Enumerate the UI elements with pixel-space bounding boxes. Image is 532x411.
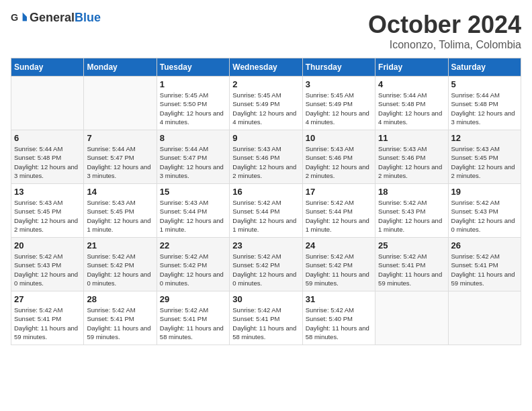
calendar-cell: 17Sunrise: 5:42 AM Sunset: 5:44 PM Dayli… — [302, 184, 375, 238]
day-number: 20 — [14, 240, 81, 250]
day-number: 27 — [14, 294, 81, 304]
calendar-cell: 8Sunrise: 5:44 AM Sunset: 5:47 PM Daylig… — [157, 130, 229, 184]
weekday-header-monday: Monday — [84, 58, 157, 77]
calendar-week-row: 20Sunrise: 5:42 AM Sunset: 5:43 PM Dayli… — [11, 238, 521, 291]
day-number: 1 — [160, 79, 226, 89]
day-info: Sunrise: 5:44 AM Sunset: 5:48 PM Dayligh… — [451, 91, 518, 126]
day-number: 6 — [14, 133, 81, 143]
calendar-cell: 24Sunrise: 5:42 AM Sunset: 5:42 PM Dayli… — [302, 238, 375, 291]
day-number: 21 — [87, 240, 153, 250]
day-info: Sunrise: 5:43 AM Sunset: 5:45 PM Dayligh… — [14, 198, 81, 234]
day-info: Sunrise: 5:42 AM Sunset: 5:42 PM Dayligh… — [306, 252, 372, 287]
calendar-cell: 30Sunrise: 5:42 AM Sunset: 5:41 PM Dayli… — [230, 291, 302, 345]
calendar-cell — [375, 291, 448, 345]
logo: G GeneralBlue — [11, 11, 101, 25]
calendar-cell: 31Sunrise: 5:42 AM Sunset: 5:40 PM Dayli… — [302, 291, 375, 345]
calendar-cell: 15Sunrise: 5:43 AM Sunset: 5:44 PM Dayli… — [157, 184, 229, 238]
day-number: 10 — [306, 133, 372, 143]
calendar-cell: 4Sunrise: 5:44 AM Sunset: 5:48 PM Daylig… — [375, 77, 448, 130]
day-number: 16 — [232, 187, 299, 197]
svg-marker-2 — [23, 17, 27, 21]
calendar-week-row: 27Sunrise: 5:42 AM Sunset: 5:41 PM Dayli… — [11, 291, 521, 345]
day-number: 24 — [306, 240, 372, 250]
day-number: 29 — [160, 294, 226, 304]
logo-icon: G — [11, 11, 27, 25]
weekday-header-sunday: Sunday — [11, 58, 84, 77]
calendar-cell: 1Sunrise: 5:45 AM Sunset: 5:50 PM Daylig… — [157, 77, 229, 130]
calendar-cell: 3Sunrise: 5:45 AM Sunset: 5:49 PM Daylig… — [302, 77, 375, 130]
day-info: Sunrise: 5:42 AM Sunset: 5:41 PM Dayligh… — [451, 252, 518, 287]
calendar-cell: 21Sunrise: 5:42 AM Sunset: 5:42 PM Dayli… — [84, 238, 157, 291]
calendar-cell: 16Sunrise: 5:42 AM Sunset: 5:44 PM Dayli… — [230, 184, 302, 238]
day-info: Sunrise: 5:42 AM Sunset: 5:44 PM Dayligh… — [232, 198, 299, 234]
svg-marker-1 — [23, 12, 27, 16]
day-number: 11 — [378, 133, 445, 143]
day-info: Sunrise: 5:42 AM Sunset: 5:41 PM Dayligh… — [160, 306, 226, 341]
svg-text:G: G — [11, 12, 18, 23]
day-info: Sunrise: 5:44 AM Sunset: 5:48 PM Dayligh… — [378, 91, 445, 126]
day-number: 12 — [451, 133, 518, 143]
day-number: 31 — [306, 294, 372, 304]
weekday-header-saturday: Saturday — [448, 58, 521, 77]
calendar-cell: 13Sunrise: 5:43 AM Sunset: 5:45 PM Dayli… — [11, 184, 84, 238]
day-number: 2 — [232, 79, 299, 89]
calendar-cell: 12Sunrise: 5:43 AM Sunset: 5:45 PM Dayli… — [448, 130, 521, 184]
calendar-cell: 27Sunrise: 5:42 AM Sunset: 5:41 PM Dayli… — [11, 291, 84, 345]
day-number: 13 — [14, 187, 81, 197]
day-number: 23 — [232, 240, 299, 250]
weekday-header-thursday: Thursday — [302, 58, 375, 77]
day-number: 19 — [451, 187, 518, 197]
day-info: Sunrise: 5:45 AM Sunset: 5:50 PM Dayligh… — [160, 91, 226, 126]
day-number: 17 — [306, 187, 372, 197]
day-info: Sunrise: 5:45 AM Sunset: 5:49 PM Dayligh… — [232, 91, 299, 126]
day-number: 28 — [87, 294, 153, 304]
day-number: 14 — [87, 187, 153, 197]
calendar-week-row: 13Sunrise: 5:43 AM Sunset: 5:45 PM Dayli… — [11, 184, 521, 238]
day-info: Sunrise: 5:44 AM Sunset: 5:48 PM Dayligh… — [14, 144, 81, 180]
day-number: 4 — [378, 79, 445, 89]
calendar-cell: 10Sunrise: 5:43 AM Sunset: 5:46 PM Dayli… — [302, 130, 375, 184]
weekday-header-tuesday: Tuesday — [157, 58, 229, 77]
calendar-week-row: 1Sunrise: 5:45 AM Sunset: 5:50 PM Daylig… — [11, 77, 521, 130]
logo-general-text: General — [30, 11, 75, 24]
day-info: Sunrise: 5:42 AM Sunset: 5:42 PM Dayligh… — [232, 252, 299, 287]
calendar-cell: 19Sunrise: 5:42 AM Sunset: 5:43 PM Dayli… — [448, 184, 521, 238]
calendar-table: SundayMondayTuesdayWednesdayThursdayFrid… — [11, 58, 521, 345]
day-number: 25 — [378, 240, 445, 250]
weekday-header-row: SundayMondayTuesdayWednesdayThursdayFrid… — [11, 58, 521, 77]
day-info: Sunrise: 5:42 AM Sunset: 5:40 PM Dayligh… — [306, 306, 372, 341]
day-info: Sunrise: 5:42 AM Sunset: 5:41 PM Dayligh… — [14, 306, 81, 341]
day-number: 3 — [306, 79, 372, 89]
calendar-cell: 14Sunrise: 5:43 AM Sunset: 5:45 PM Dayli… — [84, 184, 157, 238]
day-info: Sunrise: 5:43 AM Sunset: 5:46 PM Dayligh… — [378, 144, 445, 180]
calendar-cell: 20Sunrise: 5:42 AM Sunset: 5:43 PM Dayli… — [11, 238, 84, 291]
day-number: 30 — [232, 294, 299, 304]
day-number: 18 — [378, 187, 445, 197]
day-info: Sunrise: 5:42 AM Sunset: 5:41 PM Dayligh… — [378, 252, 445, 287]
logo-blue-text: Blue — [75, 11, 101, 24]
day-info: Sunrise: 5:43 AM Sunset: 5:46 PM Dayligh… — [232, 144, 299, 180]
day-info: Sunrise: 5:43 AM Sunset: 5:46 PM Dayligh… — [306, 144, 372, 180]
calendar-cell — [448, 291, 521, 345]
day-number: 9 — [232, 133, 299, 143]
day-number: 5 — [451, 79, 518, 89]
day-info: Sunrise: 5:42 AM Sunset: 5:41 PM Dayligh… — [232, 306, 299, 341]
calendar-cell: 18Sunrise: 5:42 AM Sunset: 5:43 PM Dayli… — [375, 184, 448, 238]
calendar-cell: 22Sunrise: 5:42 AM Sunset: 5:42 PM Dayli… — [157, 238, 229, 291]
calendar-cell: 2Sunrise: 5:45 AM Sunset: 5:49 PM Daylig… — [230, 77, 302, 130]
day-info: Sunrise: 5:43 AM Sunset: 5:44 PM Dayligh… — [160, 198, 226, 234]
calendar-cell — [11, 77, 84, 130]
day-info: Sunrise: 5:44 AM Sunset: 5:47 PM Dayligh… — [160, 144, 226, 180]
day-info: Sunrise: 5:42 AM Sunset: 5:43 PM Dayligh… — [451, 198, 518, 234]
day-info: Sunrise: 5:44 AM Sunset: 5:47 PM Dayligh… — [87, 144, 153, 180]
month-title: October 2024 — [368, 11, 521, 39]
day-info: Sunrise: 5:42 AM Sunset: 5:43 PM Dayligh… — [14, 252, 81, 287]
day-info: Sunrise: 5:42 AM Sunset: 5:42 PM Dayligh… — [87, 252, 153, 287]
day-info: Sunrise: 5:42 AM Sunset: 5:44 PM Dayligh… — [306, 198, 372, 234]
calendar-cell: 5Sunrise: 5:44 AM Sunset: 5:48 PM Daylig… — [448, 77, 521, 130]
location-title: Icononzo, Tolima, Colombia — [368, 39, 521, 51]
calendar-cell: 28Sunrise: 5:42 AM Sunset: 5:41 PM Dayli… — [84, 291, 157, 345]
weekday-header-wednesday: Wednesday — [230, 58, 302, 77]
day-number: 15 — [160, 187, 226, 197]
title-area: October 2024 Icononzo, Tolima, Colombia — [368, 11, 521, 51]
